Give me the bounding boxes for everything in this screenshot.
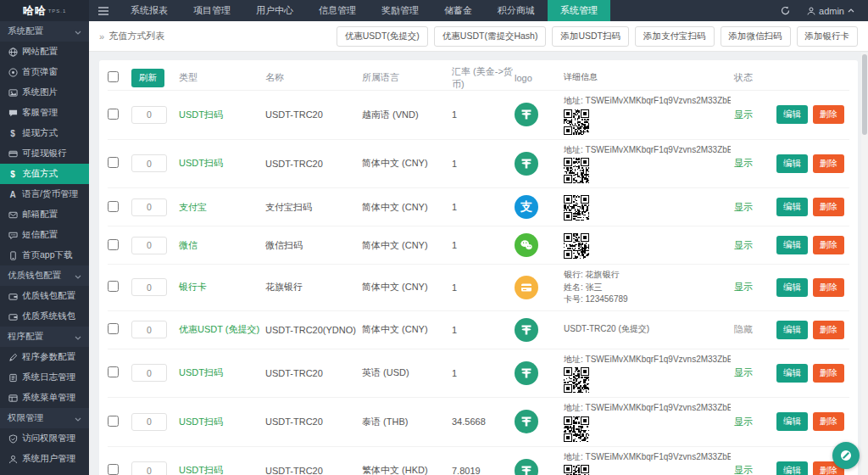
row-checkbox[interactable] — [108, 201, 119, 212]
sidebar-group-程序配置[interactable]: 程序配置 — [0, 327, 89, 347]
row-checkbox[interactable] — [108, 239, 119, 250]
edit-button[interactable]: 编辑 — [776, 412, 808, 431]
sidebar-item-客服管理[interactable]: 客服管理 — [0, 103, 89, 123]
sidebar-item-系统用户管理[interactable]: 系统用户管理 — [0, 449, 89, 469]
type-link[interactable]: USDT扫码 — [179, 465, 223, 475]
sidebar-item-充值方式[interactable]: $充值方式 — [0, 164, 89, 184]
toolbar-button-优惠USDT(需提交Hash)[interactable]: 优惠USDT(需提交Hash) — [434, 26, 547, 47]
sort-input[interactable] — [131, 461, 167, 475]
sidebar-item-提现方式[interactable]: $提现方式 — [0, 123, 89, 143]
vertical-scrollbar[interactable] — [861, 53, 868, 475]
type-link[interactable]: USDT扫码 — [179, 158, 223, 168]
edit-button[interactable]: 编辑 — [776, 198, 808, 216]
sidebar-item-系统图片[interactable]: 系统图片 — [0, 82, 89, 103]
row-checkbox[interactable] — [108, 366, 119, 377]
type-link[interactable]: USDT扫码 — [179, 109, 223, 120]
sort-input[interactable] — [131, 198, 167, 216]
delete-button[interactable]: 删除 — [813, 154, 844, 173]
type-link[interactable]: 微信 — [179, 240, 198, 250]
sidebar-group-权限管理[interactable]: 权限管理 — [0, 408, 89, 428]
refresh-sort-button[interactable]: 刷新 — [131, 69, 164, 87]
sidebar-item-邮箱配置[interactable]: 邮箱配置 — [0, 204, 89, 225]
edit-button[interactable]: 编辑 — [776, 364, 808, 383]
status-toggle-link[interactable]: 显示 — [734, 282, 753, 292]
nav-item-用户中心[interactable]: 用户中心 — [243, 0, 306, 21]
sidebar-toggle-button[interactable] — [89, 0, 118, 21]
sidebar-item-label: 客服管理 — [22, 107, 58, 119]
delete-button[interactable]: 删除 — [813, 236, 844, 254]
status-toggle-link[interactable]: 显示 — [734, 202, 753, 212]
nav-item-奖励管理[interactable]: 奖励管理 — [369, 0, 431, 21]
edit-button[interactable]: 编辑 — [776, 321, 808, 339]
nav-item-项目管理[interactable]: 项目管理 — [181, 0, 243, 21]
sidebar-item-首页弹窗[interactable]: 首页弹窗 — [0, 62, 89, 82]
toolbar-button-添加支付宝扫码[interactable]: 添加支付宝扫码 — [635, 26, 715, 47]
edit-button[interactable]: 编辑 — [776, 461, 808, 475]
type-link[interactable]: USDT扫码 — [179, 416, 223, 427]
refresh-page-button[interactable] — [781, 6, 790, 15]
type-link[interactable]: 支付宝 — [179, 202, 207, 212]
sidebar-item-网站配置[interactable]: 网站配置 — [0, 42, 89, 62]
sidebar-item-语言/货币管理[interactable]: A语言/货币管理 — [0, 184, 89, 204]
toolbar-button-优惠USDT(免提交)[interactable]: 优惠USDT(免提交) — [337, 26, 428, 47]
row-checkbox[interactable] — [108, 323, 119, 334]
sort-input[interactable] — [131, 364, 167, 382]
sort-input[interactable] — [131, 237, 167, 254]
select-all-checkbox[interactable] — [108, 71, 119, 82]
sidebar-item-短信配置[interactable]: 短信配置 — [0, 225, 89, 245]
type-link[interactable]: USDT扫码 — [179, 367, 223, 377]
edit-button[interactable]: 编辑 — [776, 154, 808, 173]
sort-input[interactable] — [131, 154, 167, 172]
sidebar-item-首页app下载[interactable]: 首页app下载 — [0, 245, 89, 265]
status-toggle-link[interactable]: 隐藏 — [734, 324, 753, 334]
delete-button[interactable]: 删除 — [813, 278, 844, 297]
nav-item-系统管理[interactable]: 系统管理 — [548, 0, 610, 21]
type-link[interactable]: 优惠USDT (免提交) — [179, 324, 259, 334]
status-toggle-link[interactable]: 显示 — [734, 416, 753, 427]
floating-theme-button[interactable] — [832, 442, 860, 469]
sidebar-item-系统日志管理[interactable]: 系统日志管理 — [0, 367, 89, 388]
status-toggle-link[interactable]: 显示 — [734, 109, 753, 120]
sort-input[interactable] — [131, 321, 167, 338]
sidebar-item-访问权限管理[interactable]: 访问权限管理 — [0, 428, 89, 449]
sidebar-item-系统菜单管理[interactable]: 系统菜单管理 — [0, 388, 89, 408]
sidebar-item-可提现银行[interactable]: 可提现银行 — [0, 143, 89, 164]
sort-input[interactable] — [131, 413, 167, 431]
sidebar-item-优质系统钱包[interactable]: 优质系统钱包 — [0, 306, 89, 327]
delete-button[interactable]: 删除 — [813, 321, 844, 339]
sidebar-group-系统配置[interactable]: 系统配置 — [0, 21, 89, 42]
delete-button[interactable]: 删除 — [813, 412, 844, 431]
status-toggle-link[interactable]: 显示 — [734, 367, 753, 377]
sort-input[interactable] — [131, 106, 167, 124]
toolbar-button-添加微信扫码[interactable]: 添加微信扫码 — [721, 26, 791, 47]
sidebar-group-优质钱包配置[interactable]: 优质钱包配置 — [0, 265, 89, 286]
user-menu[interactable]: admin — [807, 6, 854, 16]
delete-button[interactable]: 删除 — [813, 198, 844, 216]
status-toggle-link[interactable]: 显示 — [734, 240, 753, 250]
row-checkbox[interactable] — [108, 157, 119, 168]
row-checkbox[interactable] — [108, 464, 119, 475]
row-checkbox[interactable] — [108, 109, 119, 120]
nav-item-积分商城[interactable]: 积分商城 — [485, 0, 548, 21]
row-checkbox[interactable] — [108, 416, 119, 427]
edit-button[interactable]: 编辑 — [776, 105, 808, 124]
nav-item-系统报表[interactable]: 系统报表 — [118, 0, 181, 21]
status-toggle-link[interactable]: 显示 — [734, 158, 753, 168]
edit-button[interactable]: 编辑 — [776, 236, 808, 254]
sort-input[interactable] — [131, 278, 167, 296]
sort-cell — [131, 278, 179, 296]
row-checkbox[interactable] — [108, 281, 119, 292]
toolbar-button-添加银行卡[interactable]: 添加银行卡 — [797, 26, 859, 47]
sidebar-item-优质钱包配置[interactable]: 优质钱包配置 — [0, 286, 89, 306]
toolbar-button-添加USDT扫码[interactable]: 添加USDT扫码 — [552, 26, 629, 47]
status-toggle-link[interactable]: 显示 — [734, 465, 753, 475]
scrollbar-thumb[interactable] — [862, 54, 867, 135]
type-link[interactable]: 银行卡 — [179, 282, 207, 292]
language-cell: 简体中文 (CNY) — [362, 323, 452, 336]
delete-button[interactable]: 删除 — [813, 105, 844, 124]
nav-item-信息管理[interactable]: 信息管理 — [306, 0, 369, 21]
sidebar-item-程序参数配置[interactable]: 程序参数配置 — [0, 347, 89, 367]
delete-button[interactable]: 删除 — [813, 364, 844, 383]
nav-item-储蓄金[interactable]: 储蓄金 — [431, 0, 485, 21]
edit-button[interactable]: 编辑 — [776, 278, 808, 297]
